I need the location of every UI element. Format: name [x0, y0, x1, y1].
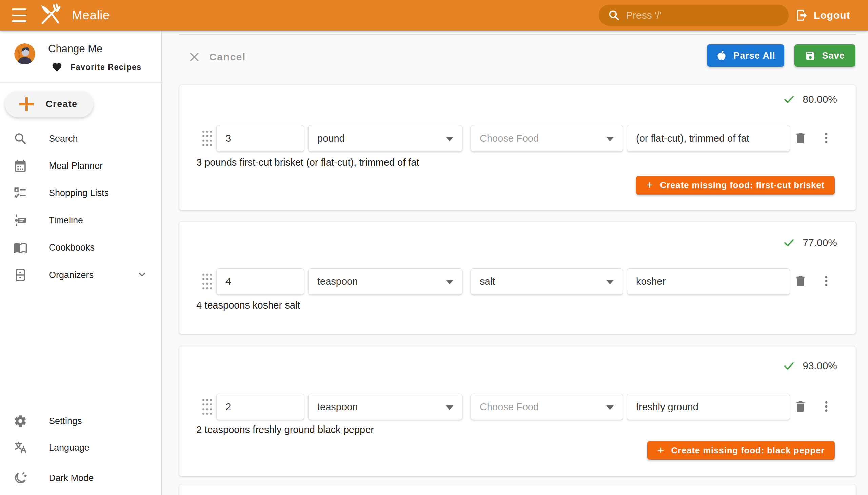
food-select[interactable]: [471, 125, 623, 151]
create-label: Create: [46, 99, 78, 109]
food-select[interactable]: [471, 269, 623, 294]
sidebar-item-label: Timeline: [49, 215, 83, 226]
drag-handle[interactable]: [200, 273, 214, 290]
quantity-input[interactable]: [217, 125, 304, 151]
sidebar-item-label: Organizers: [49, 270, 93, 280]
confidence-badge: 77.00%: [783, 237, 837, 249]
confidence-value: 93.00%: [803, 360, 837, 372]
calendar-icon: [13, 158, 28, 173]
sidebar-item-label: Search: [49, 134, 78, 144]
plus-icon: [19, 97, 34, 111]
unit-select[interactable]: [309, 269, 462, 294]
sidebar-item-dark-mode[interactable]: Dark Mode: [0, 464, 162, 492]
check-icon: [783, 93, 795, 105]
more-menu-button[interactable]: [817, 129, 835, 147]
trash-icon: [794, 274, 807, 288]
app-title: Mealie: [72, 0, 110, 31]
check-icon: [783, 360, 795, 372]
moon-icon: [13, 471, 28, 485]
cancel-label: Cancel: [209, 51, 246, 63]
unit-select[interactable]: [309, 394, 462, 420]
parse-all-button[interactable]: Parse All: [707, 45, 784, 67]
main-content: Cancel Parse All Save 80.00%: [162, 31, 868, 495]
drag-handle[interactable]: [200, 130, 214, 147]
quantity-input[interactable]: [217, 394, 304, 420]
delete-button[interactable]: [792, 129, 809, 147]
mealie-app: Mealie Logout Change: [0, 0, 868, 495]
mealie-logo-icon: [37, 3, 62, 28]
delete-button[interactable]: [792, 272, 809, 290]
avatar[interactable]: [14, 44, 35, 64]
search-bar[interactable]: [599, 5, 789, 26]
more-menu-button[interactable]: [817, 398, 835, 415]
favorite-recipes-link[interactable]: Favorite Recipes: [52, 62, 142, 72]
menu-icon[interactable]: [12, 8, 27, 22]
more-menu-button[interactable]: [817, 272, 835, 290]
check-icon: [783, 237, 795, 249]
translate-icon: [13, 440, 28, 455]
create-missing-food-label: Create missing food: first-cut brisket: [660, 180, 824, 190]
scrolled-card-edge: [179, 34, 856, 35]
user-name: Change Me: [48, 43, 102, 55]
original-ingredient-text: 4 teaspoons kosher salt: [196, 300, 300, 311]
drag-handle[interactable]: [200, 398, 214, 415]
app-bar: Mealie Logout: [0, 0, 868, 31]
sidebar-item-organizers[interactable]: Organizers: [0, 261, 162, 289]
sidebar-item-cookbooks[interactable]: Cookbooks: [0, 234, 162, 261]
trash-icon: [794, 400, 807, 413]
confidence-badge: 93.00%: [783, 360, 837, 372]
food-select[interactable]: [471, 394, 623, 420]
dots-vertical-icon: [819, 274, 833, 288]
confidence-value: 80.00%: [803, 93, 837, 105]
apple-icon: [716, 50, 727, 62]
sidebar: Change Me Favorite Recipes Create Search: [0, 31, 162, 495]
ingredient-card: 77.00% 4 teaspoons kosher salt: [179, 221, 856, 334]
create-missing-food-button[interactable]: + Create missing food: black pepper: [647, 441, 835, 460]
trash-icon: [794, 131, 807, 145]
sidebar-item-meal-planner[interactable]: Meal Planner: [0, 152, 162, 180]
note-input[interactable]: [627, 394, 790, 420]
create-missing-food-button[interactable]: + Create missing food: first-cut brisket: [636, 176, 835, 194]
original-ingredient-text: 2 teaspoons freshly ground black pepper: [196, 424, 374, 435]
delete-button[interactable]: [792, 398, 809, 415]
ingredient-card-partial: [179, 484, 856, 495]
dots-vertical-icon: [819, 131, 833, 145]
plus-icon: +: [646, 179, 653, 190]
logout-button[interactable]: Logout: [796, 0, 850, 31]
sidebar-item-label: Shopping Lists: [49, 188, 109, 198]
save-button[interactable]: Save: [795, 45, 855, 67]
chevron-down-icon[interactable]: [136, 268, 148, 282]
ingredient-fields-row: [180, 394, 856, 420]
cancel-button[interactable]: Cancel: [188, 48, 246, 66]
sidebar-item-settings[interactable]: Settings: [0, 408, 162, 434]
ingredient-fields-row: [180, 268, 856, 295]
close-icon: [188, 51, 200, 63]
ingredient-card: 80.00% 3 pounds first-cut brisket (or fl…: [179, 85, 856, 210]
note-input[interactable]: [627, 269, 790, 294]
confidence-value: 77.00%: [803, 237, 837, 249]
sidebar-item-label: Cookbooks: [49, 242, 95, 253]
sidebar-item-label: Language: [49, 442, 89, 453]
ingredient-fields-row: [180, 125, 856, 152]
favorite-recipes-label: Favorite Recipes: [70, 63, 142, 72]
search-input[interactable]: [626, 10, 789, 21]
quantity-input[interactable]: [217, 269, 304, 294]
timeline-icon: [13, 213, 28, 228]
dots-vertical-icon: [819, 400, 833, 413]
sidebar-item-label: Dark Mode: [49, 473, 93, 483]
sidebar-item-language[interactable]: Language: [0, 434, 162, 461]
logout-label: Logout: [814, 10, 850, 21]
sidebar-item-timeline[interactable]: Timeline: [0, 207, 162, 234]
sidebar-item-label: Settings: [49, 416, 82, 427]
save-label: Save: [822, 51, 845, 61]
sidebar-divider: [0, 82, 162, 83]
unit-select[interactable]: [309, 125, 462, 151]
sidebar-item-search[interactable]: Search: [0, 125, 162, 152]
book-open-icon: [13, 240, 28, 255]
sidebar-item-label: Meal Planner: [49, 161, 103, 171]
magnify-icon: [13, 131, 28, 146]
create-button[interactable]: Create: [5, 91, 93, 117]
note-input[interactable]: [627, 125, 790, 151]
parse-all-label: Parse All: [733, 51, 776, 61]
sidebar-item-shopping-lists[interactable]: Shopping Lists: [0, 180, 162, 206]
